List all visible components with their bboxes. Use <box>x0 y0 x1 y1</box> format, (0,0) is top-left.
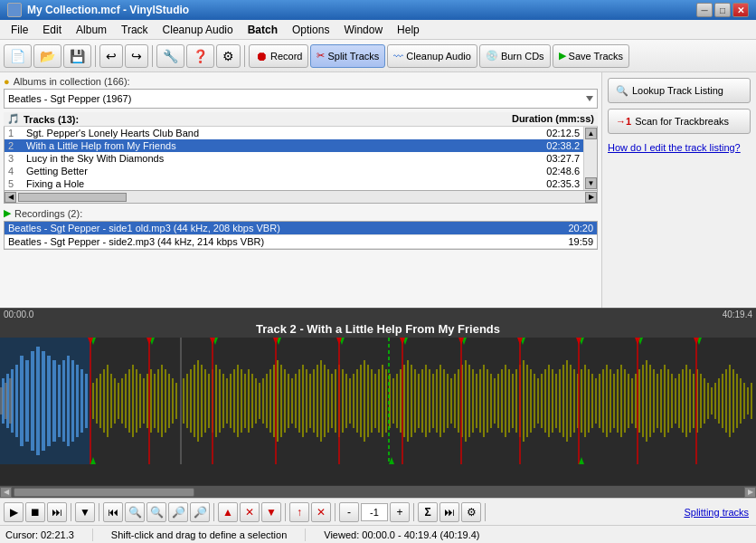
insert-button[interactable]: ↑ <box>289 502 309 522</box>
svg-rect-27 <box>107 365 109 437</box>
tools-button[interactable]: 🔧 <box>156 44 184 68</box>
zoom-out-button[interactable]: 🔎 <box>168 502 188 522</box>
album-selector[interactable]: Beatles - Sgt Pepper (1967) <box>4 89 598 109</box>
counter-up-button[interactable]: + <box>390 502 410 522</box>
waveform-svg <box>0 338 756 464</box>
menu-track[interactable]: Track <box>114 22 156 38</box>
menu-album[interactable]: Album <box>69 22 114 38</box>
end-button[interactable]: ⏭ <box>47 502 67 522</box>
svg-rect-80 <box>302 365 304 437</box>
svg-rect-153 <box>566 360 568 442</box>
save-button[interactable]: 💾 <box>63 44 91 68</box>
menu-file[interactable]: File <box>4 22 35 38</box>
svg-rect-40 <box>154 374 156 428</box>
svg-rect-144 <box>534 374 535 428</box>
svg-rect-118 <box>439 365 441 437</box>
filter-button[interactable]: ▼ <box>75 502 95 522</box>
svg-rect-81 <box>306 369 307 433</box>
cleanup-audio-button[interactable]: 〰 Cleanup Audio <box>387 44 477 68</box>
delete2-button[interactable]: ✕ <box>311 502 331 522</box>
tracks-hscroll[interactable]: ◀ ▶ <box>4 191 598 204</box>
menu-window[interactable]: Window <box>336 22 390 38</box>
help-button[interactable]: ❓ <box>186 44 214 68</box>
menu-options[interactable]: Options <box>285 22 336 38</box>
svg-rect-8 <box>31 351 34 451</box>
new-button[interactable]: 📄 <box>4 44 32 68</box>
recording-row[interactable]: Beatles - Sgt Pepper - side2.mp3 (44 kHz… <box>5 235 597 249</box>
undo-button[interactable]: ↩ <box>99 44 123 68</box>
waveform-hscroll[interactable]: ◀ ▶ <box>0 485 756 498</box>
counter-group: - + <box>339 502 410 522</box>
svg-rect-88 <box>331 374 333 428</box>
waveform-canvas[interactable] <box>0 338 756 485</box>
split-tracks-button[interactable]: ✂ Split Tracks <box>310 44 385 68</box>
menu-edit[interactable]: Edit <box>35 22 69 38</box>
edit-track-help-link[interactable]: How do I edit the track listing? <box>608 139 751 157</box>
burn-cds-button[interactable]: 💿 Burn CDs <box>479 44 551 68</box>
menu-batch[interactable]: Batch <box>241 22 285 38</box>
settings-btn[interactable]: ⚙ <box>461 502 481 522</box>
scan-trackbreaks-button[interactable]: →1 Scan for Trackbreaks <box>608 109 751 134</box>
svg-rect-163 <box>602 369 604 433</box>
save-tracks-button[interactable]: ▶ Save Tracks <box>553 44 630 68</box>
svg-rect-148 <box>548 365 550 437</box>
open-button[interactable]: 📂 <box>33 44 61 68</box>
svg-rect-98 <box>367 365 369 437</box>
recording-row[interactable]: Beatles - Sgt Pepper - side1 old.mp3 (44… <box>5 222 597 235</box>
svg-rect-194 <box>714 383 716 419</box>
sum-button[interactable]: Σ <box>418 502 438 522</box>
svg-rect-71 <box>269 369 271 433</box>
menu-cleanup-audio[interactable]: Cleanup Audio <box>156 22 241 38</box>
prev-track-button[interactable]: ⏮ <box>103 502 123 522</box>
svg-rect-146 <box>541 374 543 428</box>
svg-rect-120 <box>447 374 449 428</box>
svg-rect-142 <box>526 365 528 437</box>
table-row[interactable]: 4 Getting Better 02:48.6 <box>5 165 583 177</box>
close-button[interactable]: ✕ <box>732 3 749 17</box>
svg-rect-112 <box>418 374 420 428</box>
svg-rect-68 <box>259 383 260 419</box>
svg-rect-158 <box>584 365 586 437</box>
zoom-in-button[interactable]: 🔍 <box>125 502 145 522</box>
svg-rect-43 <box>165 369 166 433</box>
record-button[interactable]: ⏺ Record <box>249 44 308 68</box>
svg-rect-130 <box>483 365 485 437</box>
svg-rect-29 <box>114 378 116 424</box>
play-button[interactable]: ▶ <box>4 502 24 522</box>
maximize-button[interactable]: □ <box>714 3 731 17</box>
table-row[interactable]: 1 Sgt. Pepper's Lonely Hearts Club Band … <box>5 127 583 139</box>
skip-button[interactable]: ⏭ <box>439 502 459 522</box>
counter-down-button[interactable]: - <box>339 502 359 522</box>
zoom-in2-button[interactable]: 🔍 <box>146 502 166 522</box>
svg-rect-182 <box>671 374 673 428</box>
options-button[interactable]: ⚙ <box>216 44 241 68</box>
svg-rect-96 <box>360 365 362 437</box>
counter-input[interactable] <box>361 503 388 521</box>
svg-rect-25 <box>99 374 101 428</box>
albums-label: ● Albums in collection (166): <box>4 76 598 87</box>
splitting-tracks-label[interactable]: Splitting tracks <box>684 507 752 518</box>
scan-icon: →1 <box>616 116 631 127</box>
minimize-button[interactable]: ─ <box>696 3 713 17</box>
tracks-scrollbar[interactable]: ▲ ▼ <box>583 127 597 190</box>
svg-rect-101 <box>378 369 380 433</box>
stop-button[interactable]: ⏹ <box>25 502 45 522</box>
top-section: ● Albums in collection (166): Beatles - … <box>0 72 756 308</box>
split-tracks-label: Split Tracks <box>327 51 379 62</box>
table-row[interactable]: 3 Lucy in the Sky With Diamonds 03:27.7 <box>5 152 583 165</box>
lookup-track-listing-button[interactable]: 🔍 Lookup Track Listing <box>608 78 751 103</box>
zoom-fit-button[interactable]: 🔎 <box>190 502 210 522</box>
redo-button[interactable]: ↪ <box>125 44 148 68</box>
table-row[interactable]: 2 With a Little Help from My Friends 02:… <box>5 139 583 152</box>
burn-cds-icon: 💿 <box>486 50 498 62</box>
svg-rect-46 <box>175 383 177 419</box>
tracks-area: 🎵 Tracks (13): Duration (mm:ss) 1 Sgt. P… <box>4 112 598 204</box>
move-left-button[interactable]: ▲ <box>218 502 238 522</box>
delete-button[interactable]: ✕ <box>240 502 260 522</box>
menu-help[interactable]: Help <box>390 22 427 38</box>
cleanup-audio-icon: 〰 <box>393 51 403 62</box>
move-right-button[interactable]: ▼ <box>261 502 281 522</box>
svg-rect-193 <box>711 387 713 414</box>
table-row[interactable]: 5 Fixing a Hole 02:35.3 <box>5 177 583 190</box>
lookup-icon: 🔍 <box>616 85 628 97</box>
